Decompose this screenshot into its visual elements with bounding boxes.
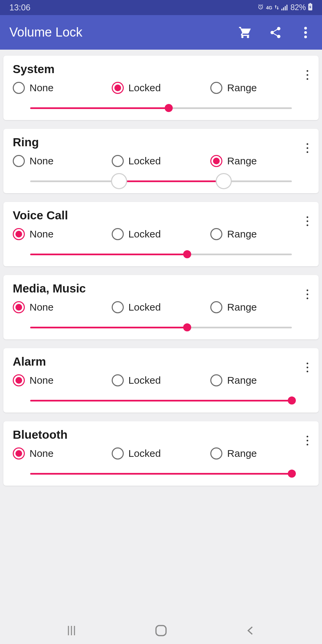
radio-icon bbox=[210, 228, 222, 240]
radio-option-range[interactable]: Range bbox=[210, 82, 309, 94]
radio-option-none[interactable]: None bbox=[13, 155, 112, 167]
radio-label: Locked bbox=[128, 375, 161, 386]
radio-icon bbox=[112, 447, 124, 460]
card-menu-icon[interactable] bbox=[303, 286, 311, 303]
battery-percent: 82% bbox=[290, 3, 306, 12]
slider-fill bbox=[30, 107, 169, 109]
radio-option-none[interactable]: None bbox=[13, 301, 112, 313]
radio-label: Range bbox=[227, 82, 257, 94]
svg-rect-12 bbox=[156, 626, 166, 636]
content-area: SystemNoneLockedRangeRingNoneLockedRange… bbox=[0, 50, 322, 617]
volume-slider[interactable] bbox=[3, 167, 319, 184]
app-bar: Volume Lock bbox=[0, 15, 322, 50]
svg-point-7 bbox=[304, 31, 307, 34]
alarm-icon bbox=[257, 3, 264, 12]
radio-label: None bbox=[30, 228, 54, 240]
radio-row: NoneLockedRange bbox=[3, 368, 319, 386]
radio-option-none[interactable]: None bbox=[13, 374, 112, 386]
radio-label: Range bbox=[227, 155, 257, 167]
slider-thumb[interactable] bbox=[288, 396, 296, 405]
radio-option-none[interactable]: None bbox=[13, 228, 112, 240]
data-arrows-icon bbox=[274, 3, 279, 12]
svg-rect-2 bbox=[285, 6, 286, 10]
signal-icon bbox=[281, 3, 288, 12]
slider-thumb[interactable] bbox=[183, 323, 191, 331]
card-menu-icon[interactable] bbox=[303, 359, 311, 376]
radio-label: None bbox=[30, 155, 54, 167]
svg-rect-5 bbox=[310, 3, 311, 4]
home-button[interactable] bbox=[151, 621, 171, 641]
radio-label: Range bbox=[227, 302, 257, 313]
radio-icon bbox=[112, 155, 124, 167]
radio-option-range[interactable]: Range bbox=[210, 447, 309, 460]
radio-label: None bbox=[30, 375, 54, 386]
svg-point-6 bbox=[304, 27, 307, 30]
radio-option-locked[interactable]: Locked bbox=[112, 301, 211, 313]
card-menu-icon[interactable] bbox=[303, 213, 311, 229]
radio-option-range[interactable]: Range bbox=[210, 374, 309, 386]
radio-option-locked[interactable]: Locked bbox=[112, 82, 211, 94]
slider-range-thumb-high[interactable] bbox=[216, 173, 232, 189]
radio-icon bbox=[13, 447, 25, 460]
radio-label: None bbox=[30, 302, 54, 313]
radio-label: None bbox=[30, 82, 54, 94]
volume-slider[interactable] bbox=[3, 313, 319, 330]
svg-rect-1 bbox=[283, 7, 284, 10]
back-button[interactable] bbox=[240, 621, 261, 641]
radio-label: Locked bbox=[128, 448, 161, 459]
svg-point-8 bbox=[304, 36, 307, 38]
radio-icon bbox=[112, 301, 124, 313]
radio-label: Locked bbox=[128, 302, 161, 313]
radio-label: Range bbox=[227, 228, 257, 240]
volume-slider[interactable] bbox=[3, 240, 319, 257]
more-icon[interactable] bbox=[299, 25, 313, 40]
status-bar: 13:06 4G 82% bbox=[0, 0, 322, 15]
radio-icon bbox=[13, 374, 25, 386]
radio-icon bbox=[13, 155, 25, 167]
slider-fill bbox=[119, 180, 224, 182]
slider-thumb[interactable] bbox=[288, 470, 296, 478]
navigation-bar bbox=[0, 617, 322, 644]
slider-fill bbox=[30, 254, 187, 255]
card-title: Ring bbox=[3, 136, 319, 149]
radio-option-range[interactable]: Range bbox=[210, 228, 309, 240]
slider-range-thumb-low[interactable] bbox=[111, 173, 127, 189]
radio-label: Range bbox=[227, 448, 257, 459]
card-menu-icon[interactable] bbox=[303, 66, 311, 83]
card-menu-icon[interactable] bbox=[303, 432, 311, 449]
cart-icon[interactable] bbox=[238, 25, 252, 40]
slider-fill bbox=[30, 473, 292, 475]
radio-icon bbox=[112, 228, 124, 240]
radio-icon bbox=[210, 155, 222, 167]
radio-option-range[interactable]: Range bbox=[210, 155, 309, 167]
share-icon[interactable] bbox=[268, 25, 282, 40]
card-title: Alarm bbox=[3, 355, 319, 368]
radio-row: NoneLockedRange bbox=[3, 149, 319, 167]
radio-option-locked[interactable]: Locked bbox=[112, 155, 211, 167]
radio-option-locked[interactable]: Locked bbox=[112, 447, 211, 460]
card-menu-icon[interactable] bbox=[303, 140, 311, 156]
volume-card: SystemNoneLockedRange bbox=[3, 56, 319, 120]
radio-label: None bbox=[30, 448, 54, 459]
card-title: Bluetooth bbox=[3, 428, 319, 441]
slider-thumb[interactable] bbox=[183, 250, 191, 258]
radio-icon bbox=[210, 301, 222, 313]
radio-icon bbox=[112, 82, 124, 94]
radio-icon bbox=[210, 447, 222, 460]
slider-thumb[interactable] bbox=[165, 104, 173, 112]
radio-option-none[interactable]: None bbox=[13, 447, 112, 460]
radio-row: NoneLockedRange bbox=[3, 222, 319, 240]
recents-button[interactable] bbox=[61, 621, 82, 641]
radio-option-locked[interactable]: Locked bbox=[112, 228, 211, 240]
volume-slider[interactable] bbox=[3, 94, 319, 111]
radio-option-none[interactable]: None bbox=[13, 82, 112, 94]
radio-option-range[interactable]: Range bbox=[210, 301, 309, 313]
volume-card: Media, MusicNoneLockedRange bbox=[3, 275, 319, 339]
radio-row: NoneLockedRange bbox=[3, 441, 319, 460]
battery-icon bbox=[308, 3, 313, 12]
app-title: Volume Lock bbox=[9, 25, 238, 40]
volume-slider[interactable] bbox=[3, 386, 319, 403]
volume-slider[interactable] bbox=[3, 460, 319, 476]
status-time: 13:06 bbox=[9, 3, 31, 12]
radio-option-locked[interactable]: Locked bbox=[112, 374, 211, 386]
